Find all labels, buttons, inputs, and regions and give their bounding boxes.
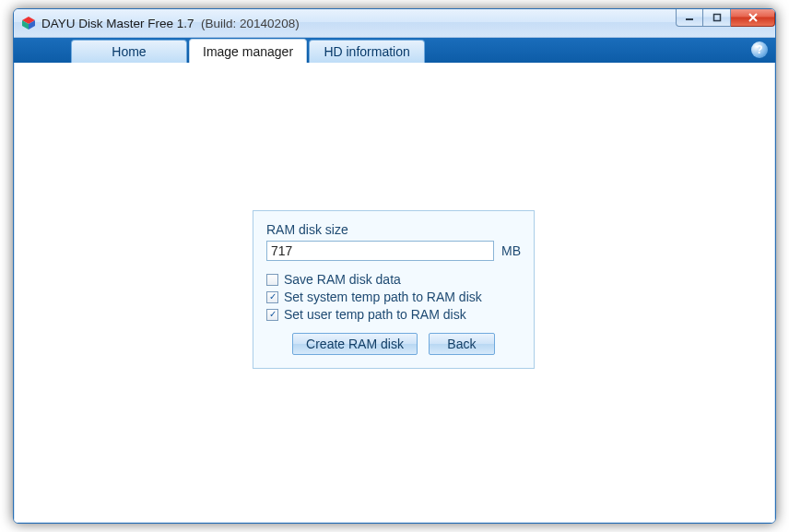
help-icon[interactable]: ? (751, 41, 768, 58)
checkbox-icon (266, 274, 278, 286)
ram-disk-size-unit: MB (501, 243, 521, 258)
ram-disk-size-row: MB (266, 241, 521, 261)
checkbox-save-ram-disk-data[interactable]: Save RAM disk data (266, 272, 521, 287)
close-button[interactable] (731, 8, 775, 27)
tab-home[interactable]: Home (71, 40, 187, 63)
panel-buttons: Create RAM disk Back (266, 333, 521, 355)
svg-rect-4 (713, 14, 720, 20)
back-button[interactable]: Back (429, 333, 495, 355)
window-controls (676, 8, 775, 27)
ram-disk-panel: RAM disk size MB Save RAM disk data Set … (253, 210, 535, 369)
svg-rect-3 (686, 18, 693, 20)
title-bar: DAYU Disk Master Free 1.7 (Build: 201402… (14, 9, 775, 38)
ram-disk-size-label: RAM disk size (266, 222, 521, 237)
checkbox-label: Set system temp path to RAM disk (284, 290, 482, 304)
checkbox-icon (266, 309, 278, 321)
tab-bar: Home Image manager HD information ? (14, 38, 775, 63)
minimize-button[interactable] (676, 8, 703, 27)
checkbox-set-user-temp[interactable]: Set user temp path to RAM disk (266, 307, 521, 322)
tab-image-manager[interactable]: Image manager (189, 39, 307, 63)
app-icon (21, 16, 36, 30)
ram-disk-size-input[interactable] (266, 241, 494, 261)
checkbox-label: Set user temp path to RAM disk (284, 307, 466, 322)
maximize-button[interactable] (703, 8, 731, 27)
tab-hd-information[interactable]: HD information (309, 40, 425, 63)
content-area: RAM disk size MB Save RAM disk data Set … (14, 63, 775, 523)
checkbox-label: Save RAM disk data (284, 272, 401, 287)
create-ram-disk-button[interactable]: Create RAM disk (292, 333, 418, 355)
app-window: DAYU Disk Master Free 1.7 (Build: 201402… (13, 8, 776, 524)
window-title: DAYU Disk Master Free 1.7 (Build: 201402… (41, 17, 300, 30)
checkbox-set-system-temp[interactable]: Set system temp path to RAM disk (266, 290, 521, 304)
checkbox-icon (266, 291, 278, 303)
